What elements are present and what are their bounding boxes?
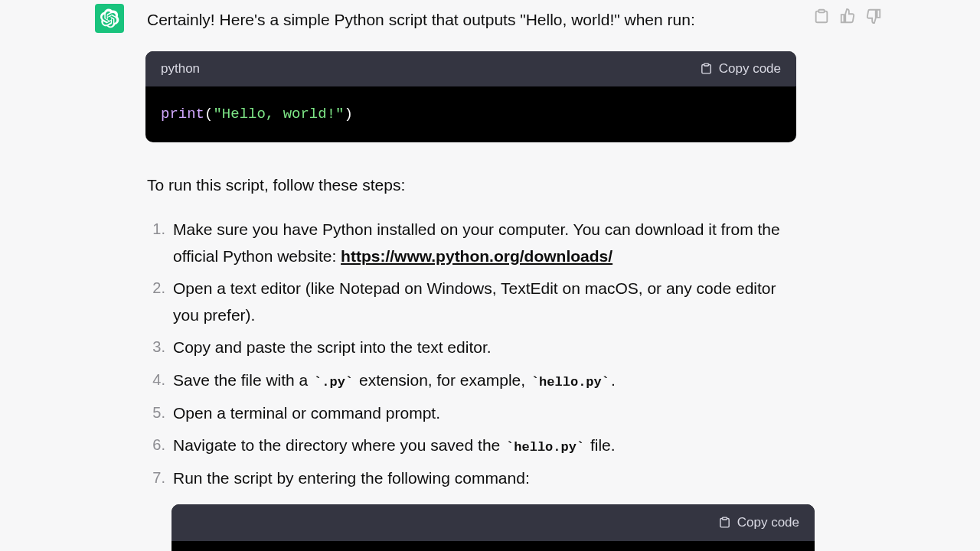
thumbs-up-button[interactable] (839, 8, 856, 24)
copy-code-label: Copy code (719, 59, 781, 79)
inline-code: `hello.py` (530, 374, 611, 390)
assistant-message: Certainly! Here's a simple Python script… (0, 0, 980, 551)
code-language-label: python (161, 59, 200, 79)
steps-list: Make sure you have Python installed on y… (147, 217, 798, 551)
code-header: Copy code (172, 504, 815, 541)
copy-code-button[interactable]: Copy code (700, 59, 781, 79)
assistant-avatar (95, 4, 124, 33)
list-item: Open a text editor (like Notepad on Wind… (147, 276, 798, 328)
svg-rect-0 (818, 10, 824, 13)
svg-rect-2 (722, 517, 727, 520)
list-item: Navigate to the directory where you save… (147, 432, 798, 459)
inline-code: `.py` (312, 374, 354, 390)
message-content: Certainly! Here's a simple Python script… (147, 8, 798, 551)
thumbs-down-button[interactable] (865, 8, 882, 24)
svg-rect-1 (704, 64, 708, 66)
clipboard-icon (700, 62, 713, 75)
steps-intro: To run this script, follow these steps: (147, 173, 798, 198)
code-body: print("Hello, world!") (145, 86, 796, 142)
list-item: Save the file with a `.py` extension, fo… (147, 367, 798, 394)
list-item: Make sure you have Python installed on y… (147, 217, 798, 269)
code-body: python hello.py (172, 541, 815, 551)
list-item: Run the script by entering the following… (147, 465, 798, 551)
openai-logo-icon (100, 8, 119, 28)
thumbs-down-icon (865, 8, 882, 24)
copy-message-button[interactable] (813, 8, 830, 24)
copy-code-button[interactable]: Copy code (718, 512, 799, 533)
inline-code: `hello.py` (505, 439, 586, 455)
thumbs-up-icon (839, 8, 856, 24)
message-actions (813, 8, 882, 24)
clipboard-icon (813, 8, 830, 24)
copy-code-label: Copy code (737, 512, 799, 533)
code-block-1: python Copy code print("Hello, world!") (145, 51, 796, 143)
code-header: python Copy code (145, 51, 796, 86)
list-item: Open a terminal or command prompt. (147, 400, 798, 427)
intro-text: Certainly! Here's a simple Python script… (147, 8, 798, 33)
clipboard-icon (718, 516, 731, 529)
list-item: Copy and paste the script into the text … (147, 334, 798, 361)
code-block-2: Copy code python hello.py (172, 504, 815, 551)
python-download-link[interactable]: https://www.python.org/downloads/ (341, 247, 612, 265)
